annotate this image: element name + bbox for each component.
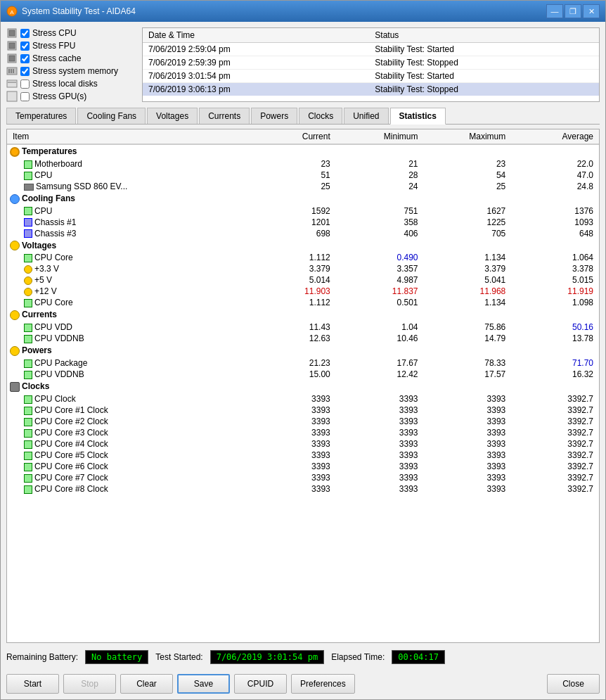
row-current: 3393	[248, 461, 336, 472]
chip-icon	[24, 207, 32, 215]
log-datetime: 7/06/2019 3:01:54 pm	[143, 70, 369, 83]
row-item: CPU Core #5 Clock	[7, 450, 248, 461]
row-average: 3392.7	[511, 472, 599, 483]
cpuid-button[interactable]: CPUID	[234, 674, 287, 694]
svg-rect-3	[9, 30, 15, 36]
row-maximum: 3393	[424, 461, 512, 472]
checkbox-row-stress_mem: Stress system memory	[6, 65, 136, 77]
clear-button[interactable]: Clear	[120, 674, 173, 694]
row-current: 1.112	[248, 297, 336, 308]
checkbox-label-stress_gpu: Stress GPU(s)	[32, 91, 86, 101]
log-row: 7/06/2019 2:59:39 pmStability Test: Stop…	[143, 56, 599, 70]
row-average: 3392.7	[511, 427, 599, 438]
svg-text:A: A	[10, 9, 14, 15]
row-current: 3393	[248, 450, 336, 461]
data-section[interactable]: Item Current Minimum Maximum Average Tem…	[6, 129, 600, 643]
main-content: Stress CPUStress FPUStress cacheStress s…	[1, 22, 605, 699]
tab-unified[interactable]: Unified	[344, 108, 388, 124]
log-row: 7/06/2019 3:01:54 pmStability Test: Star…	[143, 70, 599, 83]
row-average: 16.32	[511, 369, 599, 380]
row-minimum: 11.837	[336, 286, 424, 297]
row-minimum: 3.357	[336, 263, 424, 274]
chip-icon	[24, 440, 32, 449]
row-minimum: 358	[336, 217, 424, 228]
row-average: 1.064	[511, 252, 599, 263]
row-current: 21.23	[248, 357, 336, 369]
checkbox-stress_cpu[interactable]	[20, 29, 30, 38]
row-maximum: 23	[424, 158, 512, 170]
log-row: 7/06/2019 3:06:13 pmStability Test: Stop…	[143, 83, 599, 96]
save-button[interactable]: Save	[177, 674, 230, 694]
row-minimum: 10.46	[336, 333, 424, 344]
checkbox-stress_gpu[interactable]	[20, 92, 30, 101]
checkbox-stress_mem[interactable]	[20, 67, 30, 76]
restore-button[interactable]: ❐	[565, 4, 581, 18]
tab-clocks[interactable]: Clocks	[299, 108, 342, 124]
checkbox-stress_fpu[interactable]	[20, 42, 30, 51]
row-average: 13.78	[511, 333, 599, 344]
tab-voltages[interactable]: Voltages	[147, 108, 198, 124]
row-maximum: 75.86	[424, 322, 512, 333]
row-minimum: 0.490	[336, 252, 424, 263]
tab-cooling_fans[interactable]: Cooling Fans	[77, 108, 146, 124]
stop-button[interactable]: Stop	[63, 674, 116, 694]
table-row: +3.3 V3.3793.3573.3793.378	[7, 263, 599, 274]
preferences-button[interactable]: Preferences	[291, 674, 355, 694]
row-item: CPU Clock	[7, 393, 248, 405]
row-average: 71.70	[511, 357, 599, 369]
button-bar: Start Stop Clear Save CPUID Preferences …	[6, 671, 600, 694]
row-minimum: 1.04	[336, 322, 424, 333]
svg-rect-7	[9, 56, 15, 61]
row-current: 3393	[248, 483, 336, 495]
row-average: 50.16	[511, 322, 599, 333]
row-item: CPU Core #6 Clock	[7, 461, 248, 472]
row-item: CPU Core #4 Clock	[7, 438, 248, 450]
row-maximum: 11.968	[424, 286, 512, 297]
row-minimum: 3393	[336, 405, 424, 416]
section-label: Temperatures	[7, 144, 599, 158]
window-title: System Stability Test - AIDA64	[22, 6, 136, 16]
svg-rect-12	[7, 80, 17, 87]
tab-powers[interactable]: Powers	[251, 108, 297, 124]
chip-icon	[24, 395, 32, 404]
row-item: CPU	[7, 205, 248, 217]
row-minimum: 3393	[336, 416, 424, 427]
battery-label: Remaining Battery:	[6, 652, 78, 662]
close-button[interactable]: Close	[547, 674, 600, 694]
table-row: CPU Core #3 Clock3393339333933392.7	[7, 427, 599, 438]
row-average: 3392.7	[511, 461, 599, 472]
row-minimum: 3393	[336, 393, 424, 405]
log-col-status: Status	[369, 28, 599, 43]
table-row: CPU Core #2 Clock3393339333933392.7	[7, 416, 599, 427]
tab-statistics[interactable]: Statistics	[390, 108, 446, 125]
row-item: CPU Core #3 Clock	[7, 427, 248, 438]
row-average: 1093	[511, 217, 599, 228]
row-minimum: 3393	[336, 483, 424, 495]
section-label: Currents	[7, 308, 599, 322]
window-close-button[interactable]: ✕	[583, 4, 600, 18]
tab-currents[interactable]: Currents	[199, 108, 250, 124]
table-row: CPU Core1.1120.4901.1341.064	[7, 252, 599, 263]
section-volt-icon	[10, 346, 20, 356]
checkbox-stress_cache[interactable]	[20, 54, 30, 63]
row-minimum: 4.987	[336, 274, 424, 286]
row-maximum: 3393	[424, 483, 512, 495]
minimize-button[interactable]: —	[546, 4, 563, 18]
row-minimum: 406	[336, 228, 424, 239]
tab-temperatures[interactable]: Temperatures	[6, 108, 76, 124]
row-current: 3393	[248, 427, 336, 438]
row-maximum: 1225	[424, 217, 512, 228]
row-average: 3.378	[511, 263, 599, 274]
checkbox-stress_disk[interactable]	[20, 79, 30, 89]
row-average: 1.098	[511, 297, 599, 308]
row-minimum: 3393	[336, 472, 424, 483]
checkbox-row-stress_gpu: Stress GPU(s)	[6, 91, 136, 102]
start-button[interactable]: Start	[6, 674, 59, 694]
row-maximum: 17.57	[424, 369, 512, 380]
row-item: CPU VDDNB	[7, 333, 248, 344]
top-section: Stress CPUStress FPUStress cacheStress s…	[6, 27, 600, 102]
test-started-label: Test Started:	[155, 652, 202, 662]
checkbox-label-stress_cpu: Stress CPU	[32, 28, 77, 38]
row-item: Samsung SSD 860 EV...	[7, 181, 248, 192]
col-minimum: Minimum	[336, 129, 424, 144]
